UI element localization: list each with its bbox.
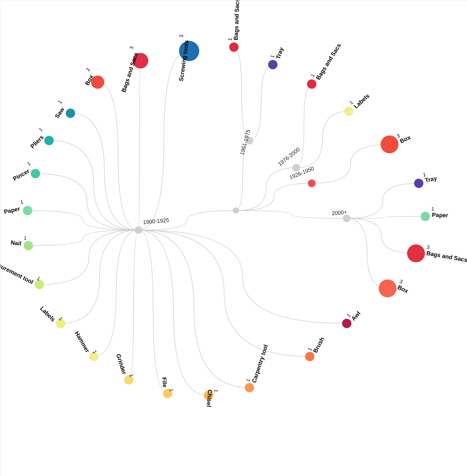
link <box>39 230 139 285</box>
leaf-node[interactable] <box>307 79 316 89</box>
leaf-count: 1 <box>23 235 27 241</box>
hub-label: 2000+ <box>332 209 348 216</box>
leaf-label: Bags and Sacs <box>314 42 342 81</box>
leaf-count: 1 <box>57 99 63 105</box>
hub-node-1926-1950[interactable] <box>308 179 316 187</box>
link <box>28 230 139 246</box>
leaf-node[interactable] <box>35 280 44 289</box>
link-root-to-1926-1950 <box>236 183 312 211</box>
leaf-label: File <box>161 377 169 388</box>
leaf-label: Measurement tool <box>0 257 35 285</box>
link <box>139 61 140 230</box>
link <box>312 144 390 183</box>
link <box>129 230 139 380</box>
leaf-node[interactable] <box>31 169 40 178</box>
leaf-node[interactable] <box>421 212 430 221</box>
leaf-node[interactable] <box>344 107 353 116</box>
link <box>49 141 139 230</box>
leaf-node[interactable] <box>229 42 239 52</box>
leaf-label: Bags and Sacs <box>120 52 139 93</box>
leaf-label: Bags and Sacs <box>232 0 241 40</box>
link <box>347 183 419 218</box>
leaf-node[interactable] <box>268 60 277 69</box>
leaf-node[interactable] <box>407 244 425 262</box>
leaf-label: Bags and Sacs <box>426 249 467 263</box>
link <box>28 211 139 230</box>
leaf-label: Box <box>399 133 412 144</box>
link <box>70 113 139 230</box>
leaf-count: 1 <box>431 206 434 212</box>
leaf-count: 3 <box>128 46 135 50</box>
leaf-node[interactable] <box>24 241 33 250</box>
leaf-count: 1 <box>168 388 174 392</box>
leaf-label: Paper <box>4 205 21 215</box>
link <box>347 218 416 253</box>
leaf-node[interactable] <box>66 109 75 118</box>
leaf-label: Paper <box>432 211 448 218</box>
leaf-label: Labels <box>39 305 57 323</box>
leaf-count: 2 <box>85 67 91 72</box>
leaf-node[interactable] <box>305 352 314 361</box>
hub-node-2000+[interactable] <box>343 214 351 222</box>
link <box>61 230 139 323</box>
leaf-label: Carpentry tool <box>250 344 269 384</box>
link <box>249 65 273 141</box>
link-root-to-2000+ <box>236 211 347 218</box>
leaf-label: Hammer <box>74 330 91 354</box>
leaf-count: 1 <box>38 126 44 133</box>
link <box>139 230 209 395</box>
hub-node-1976-2000[interactable] <box>292 164 300 172</box>
root-node[interactable] <box>233 207 239 214</box>
link <box>139 230 249 388</box>
leaf-label: Pliers <box>29 133 45 149</box>
hub-node-1900-1925[interactable] <box>135 226 142 234</box>
link <box>347 216 425 218</box>
link <box>94 230 139 357</box>
leaf-label: Nail <box>11 239 22 247</box>
leaf-node[interactable] <box>414 179 423 188</box>
link-root-to-1976-2000 <box>236 168 296 211</box>
radial-tree-graph: 1900-19251926-19501951-19751976-20002000… <box>0 0 467 476</box>
leaf-count: 1 <box>26 160 32 167</box>
leaf-label: Tray <box>274 46 284 60</box>
hub-label: 1976-2000 <box>277 146 301 167</box>
leaf-node[interactable] <box>381 135 399 153</box>
leaf-label: Box <box>397 284 409 295</box>
link <box>234 47 249 141</box>
leaf-label: Tray <box>424 175 437 184</box>
hub-label: 1900-1925 <box>143 217 169 225</box>
link <box>347 218 388 288</box>
leaf-count: 1 <box>227 38 233 41</box>
leaf-node[interactable] <box>342 319 351 328</box>
leaf-node[interactable] <box>379 279 397 297</box>
link <box>139 230 168 393</box>
leaf-label: Saw <box>53 106 65 119</box>
leaf-node[interactable] <box>245 383 254 392</box>
leaf-label: Awl <box>350 310 362 322</box>
leaf-node[interactable] <box>23 206 32 215</box>
leaf-count: 1 <box>20 199 24 205</box>
leaf-label: Brush <box>312 336 325 354</box>
link <box>35 174 139 230</box>
link <box>139 230 347 323</box>
link <box>296 84 312 168</box>
leaf-label: Grinder <box>115 353 128 375</box>
leaf-label: Pincer <box>12 167 30 182</box>
leaf-node[interactable] <box>44 136 54 145</box>
leaf-label: Labels <box>353 92 371 109</box>
leaf-count: 3 <box>178 34 184 38</box>
